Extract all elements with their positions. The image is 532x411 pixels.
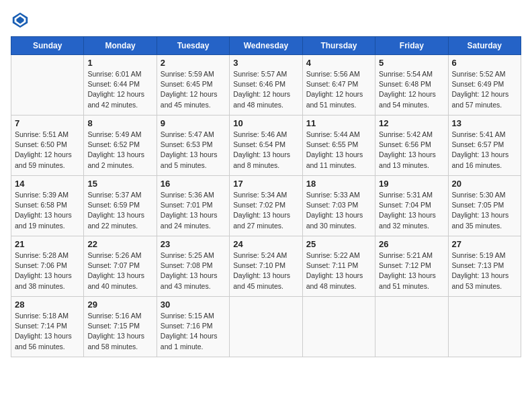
week-row-2: 7Sunrise: 5:51 AMSunset: 6:50 PMDaylight… (11, 116, 521, 176)
calendar-cell: 5Sunrise: 5:54 AMSunset: 6:48 PMDaylight… (375, 55, 448, 116)
calendar-cell: 23Sunrise: 5:25 AMSunset: 7:08 PMDayligh… (157, 236, 229, 297)
day-info: Sunrise: 5:41 AMSunset: 6:57 PMDaylight:… (452, 130, 517, 171)
day-info: Sunrise: 5:52 AMSunset: 6:49 PMDaylight:… (452, 69, 517, 110)
day-number: 13 (452, 118, 517, 128)
week-row-4: 21Sunrise: 5:28 AMSunset: 7:06 PMDayligh… (11, 236, 521, 297)
day-info: Sunrise: 5:57 AMSunset: 6:46 PMDaylight:… (233, 69, 298, 110)
day-info: Sunrise: 6:01 AMSunset: 6:44 PMDaylight:… (87, 69, 152, 110)
calendar-cell: 7Sunrise: 5:51 AMSunset: 6:50 PMDaylight… (11, 116, 84, 176)
calendar-cell: 14Sunrise: 5:39 AMSunset: 6:58 PMDayligh… (11, 176, 84, 236)
day-number: 27 (452, 239, 517, 249)
day-info: Sunrise: 5:21 AMSunset: 7:12 PMDaylight:… (379, 250, 444, 291)
calendar-cell (230, 297, 302, 357)
calendar-cell: 19Sunrise: 5:31 AMSunset: 7:04 PMDayligh… (375, 176, 448, 236)
calendar-cell: 25Sunrise: 5:22 AMSunset: 7:11 PMDayligh… (302, 236, 375, 297)
calendar-cell: 24Sunrise: 5:24 AMSunset: 7:10 PMDayligh… (230, 236, 302, 297)
day-info: Sunrise: 5:49 AMSunset: 6:52 PMDaylight:… (87, 130, 152, 171)
day-number: 29 (87, 300, 152, 310)
day-number: 23 (161, 239, 226, 249)
day-info: Sunrise: 5:59 AMSunset: 6:45 PMDaylight:… (161, 69, 226, 110)
week-row-3: 14Sunrise: 5:39 AMSunset: 6:58 PMDayligh… (11, 176, 521, 236)
day-number: 21 (15, 239, 80, 249)
calendar-cell: 26Sunrise: 5:21 AMSunset: 7:12 PMDayligh… (375, 236, 448, 297)
day-header-tuesday: Tuesday (157, 37, 229, 55)
day-info: Sunrise: 5:22 AMSunset: 7:11 PMDaylight:… (306, 250, 371, 291)
calendar-cell (375, 297, 448, 357)
day-info: Sunrise: 5:39 AMSunset: 6:58 PMDaylight:… (15, 190, 80, 231)
calendar-cell: 9Sunrise: 5:47 AMSunset: 6:53 PMDaylight… (157, 116, 229, 176)
day-number: 19 (379, 179, 444, 189)
day-number: 28 (15, 300, 80, 310)
calendar-cell: 15Sunrise: 5:37 AMSunset: 6:59 PMDayligh… (84, 176, 157, 236)
day-number: 11 (306, 118, 371, 128)
day-number: 10 (233, 118, 298, 128)
day-number: 17 (233, 179, 298, 189)
calendar-cell: 11Sunrise: 5:44 AMSunset: 6:55 PMDayligh… (302, 116, 375, 176)
day-header-thursday: Thursday (302, 37, 375, 55)
calendar-cell: 6Sunrise: 5:52 AMSunset: 6:49 PMDaylight… (448, 55, 521, 116)
calendar-cell: 8Sunrise: 5:49 AMSunset: 6:52 PMDaylight… (84, 116, 157, 176)
day-header-saturday: Saturday (448, 37, 521, 55)
calendar-cell: 18Sunrise: 5:33 AMSunset: 7:03 PMDayligh… (302, 176, 375, 236)
calendar-table: SundayMondayTuesdayWednesdayThursdayFrid… (11, 36, 521, 357)
day-header-friday: Friday (375, 37, 448, 55)
calendar-cell: 1Sunrise: 6:01 AMSunset: 6:44 PMDaylight… (84, 55, 157, 116)
calendar-cell: 20Sunrise: 5:30 AMSunset: 7:05 PMDayligh… (448, 176, 521, 236)
day-number: 24 (233, 239, 298, 249)
day-info: Sunrise: 5:44 AMSunset: 6:55 PMDaylight:… (306, 130, 371, 171)
calendar-cell: 30Sunrise: 5:15 AMSunset: 7:16 PMDayligh… (157, 297, 229, 357)
day-info: Sunrise: 5:31 AMSunset: 7:04 PMDaylight:… (379, 190, 444, 231)
day-info: Sunrise: 5:37 AMSunset: 6:59 PMDaylight:… (87, 190, 152, 231)
day-info: Sunrise: 5:36 AMSunset: 7:01 PMDaylight:… (161, 190, 226, 231)
day-number: 8 (87, 118, 152, 128)
calendar-cell: 13Sunrise: 5:41 AMSunset: 6:57 PMDayligh… (448, 116, 521, 176)
day-header-sunday: Sunday (11, 37, 84, 55)
calendar-cell: 12Sunrise: 5:42 AMSunset: 6:56 PMDayligh… (375, 116, 448, 176)
calendar-cell: 3Sunrise: 5:57 AMSunset: 6:46 PMDaylight… (230, 55, 302, 116)
day-info: Sunrise: 5:33 AMSunset: 7:03 PMDaylight:… (306, 190, 371, 231)
calendar-cell: 29Sunrise: 5:16 AMSunset: 7:15 PMDayligh… (84, 297, 157, 357)
day-info: Sunrise: 5:18 AMSunset: 7:14 PMDaylight:… (15, 311, 80, 352)
day-number: 14 (15, 179, 80, 189)
logo (11, 11, 32, 30)
day-info: Sunrise: 5:28 AMSunset: 7:06 PMDaylight:… (15, 250, 80, 291)
day-info: Sunrise: 5:51 AMSunset: 6:50 PMDaylight:… (15, 130, 80, 171)
calendar-cell (11, 55, 84, 116)
day-number: 26 (379, 239, 444, 249)
day-number: 3 (233, 58, 298, 68)
logo-icon (11, 11, 30, 30)
day-info: Sunrise: 5:25 AMSunset: 7:08 PMDaylight:… (161, 250, 226, 291)
day-number: 15 (87, 179, 152, 189)
day-info: Sunrise: 5:24 AMSunset: 7:10 PMDaylight:… (233, 250, 298, 291)
day-info: Sunrise: 5:46 AMSunset: 6:54 PMDaylight:… (233, 130, 298, 171)
day-info: Sunrise: 5:54 AMSunset: 6:48 PMDaylight:… (379, 69, 444, 110)
calendar-cell: 10Sunrise: 5:46 AMSunset: 6:54 PMDayligh… (230, 116, 302, 176)
day-info: Sunrise: 5:34 AMSunset: 7:02 PMDaylight:… (233, 190, 298, 231)
day-info: Sunrise: 5:56 AMSunset: 6:47 PMDaylight:… (306, 69, 371, 110)
day-number: 25 (306, 239, 371, 249)
calendar-cell: 28Sunrise: 5:18 AMSunset: 7:14 PMDayligh… (11, 297, 84, 357)
day-number: 1 (87, 58, 152, 68)
calendar-cell (302, 297, 375, 357)
day-number: 6 (452, 58, 517, 68)
day-number: 20 (452, 179, 517, 189)
day-number: 4 (306, 58, 371, 68)
calendar-cell: 27Sunrise: 5:19 AMSunset: 7:13 PMDayligh… (448, 236, 521, 297)
week-row-5: 28Sunrise: 5:18 AMSunset: 7:14 PMDayligh… (11, 297, 521, 357)
calendar-cell (448, 297, 521, 357)
day-number: 5 (379, 58, 444, 68)
day-header-wednesday: Wednesday (230, 37, 302, 55)
day-number: 2 (161, 58, 226, 68)
day-number: 16 (161, 179, 226, 189)
day-number: 7 (15, 118, 80, 128)
calendar-cell: 21Sunrise: 5:28 AMSunset: 7:06 PMDayligh… (11, 236, 84, 297)
day-info: Sunrise: 5:30 AMSunset: 7:05 PMDaylight:… (452, 190, 517, 231)
header-row: SundayMondayTuesdayWednesdayThursdayFrid… (11, 37, 521, 55)
calendar-cell: 4Sunrise: 5:56 AMSunset: 6:47 PMDaylight… (302, 55, 375, 116)
calendar-cell: 2Sunrise: 5:59 AMSunset: 6:45 PMDaylight… (157, 55, 229, 116)
day-info: Sunrise: 5:26 AMSunset: 7:07 PMDaylight:… (87, 250, 152, 291)
day-info: Sunrise: 5:42 AMSunset: 6:56 PMDaylight:… (379, 130, 444, 171)
calendar-cell: 17Sunrise: 5:34 AMSunset: 7:02 PMDayligh… (230, 176, 302, 236)
day-info: Sunrise: 5:15 AMSunset: 7:16 PMDaylight:… (161, 311, 226, 352)
calendar-cell: 22Sunrise: 5:26 AMSunset: 7:07 PMDayligh… (84, 236, 157, 297)
